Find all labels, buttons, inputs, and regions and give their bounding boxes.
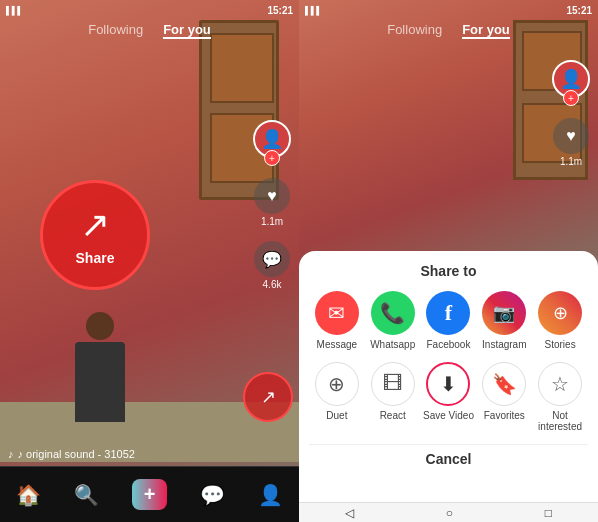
message-icon: ✉ (315, 291, 359, 335)
share-icon-big: ↗ (80, 204, 110, 246)
share-message-btn[interactable]: ✉ Message (311, 291, 363, 350)
heart-count-right: 1.1m (560, 156, 582, 167)
nav-search-left[interactable]: 🔍 (74, 483, 99, 507)
person-left (60, 312, 140, 442)
left-panel: ▌▌▌ 15:21 Following For you 👤 + ♥ 1.1m 💬… (0, 0, 299, 522)
time-right: 15:21 (566, 5, 592, 16)
status-bar-left: ▌▌▌ 15:21 (0, 0, 299, 20)
share-icon-small: ↗ (261, 386, 276, 408)
tab-following-right[interactable]: Following (387, 22, 442, 39)
share-facebook-btn[interactable]: f Facebook (422, 291, 474, 350)
react-icon: 🎞 (371, 362, 415, 406)
side-icons-left: 👤 + ♥ 1.1m 💬 4.6k (253, 120, 291, 290)
original-sound-text: ♪ original sound - 31052 (18, 448, 135, 460)
comment-icon-left: 💬 (254, 241, 290, 277)
status-right-right: 15:21 (566, 5, 592, 16)
time-left: 15:21 (267, 5, 293, 16)
heart-icon-right: ♥ (553, 118, 589, 154)
signal-icon-right: ▌▌▌ (305, 6, 322, 15)
creator-avatar-left[interactable]: 👤 + (253, 120, 291, 158)
nav-inbox-left[interactable]: 💬 (200, 483, 225, 507)
share-favorites-btn[interactable]: 🔖 Favorites (478, 362, 530, 432)
bottom-info-left: ♪ ♪ original sound - 31052 (8, 448, 135, 460)
share-whatsapp-btn[interactable]: 📞 Whatsapp (367, 291, 419, 350)
cancel-button[interactable]: Cancel (309, 444, 588, 473)
share-react-btn[interactable]: 🎞 React (367, 362, 419, 432)
save-video-label: Save Video (423, 410, 474, 421)
favorites-label: Favorites (484, 410, 525, 421)
status-left-left: ▌▌▌ (6, 6, 23, 15)
nav-home-left[interactable]: 🏠 (16, 483, 41, 507)
heart-btn-right[interactable]: ♥ 1.1m (553, 118, 589, 167)
nav-add-left[interactable]: + (132, 479, 168, 510)
nav-tabs-left: Following For you (0, 22, 299, 39)
creator-avatar-right[interactable]: 👤 + (552, 60, 590, 98)
instagram-icon: 📷 (482, 291, 526, 335)
side-icons-right: 👤 + ♥ 1.1m (552, 60, 590, 167)
save-video-icon: ⬇ (426, 362, 470, 406)
signal-icon-left: ▌▌▌ (6, 6, 23, 15)
duet-icon: ⊕ (315, 362, 359, 406)
home-icon-right[interactable]: ○ (446, 506, 453, 520)
back-icon-right[interactable]: ◁ (345, 506, 354, 520)
small-share-circle[interactable]: ↗ (243, 372, 293, 422)
follow-plus-left[interactable]: + (264, 150, 280, 166)
share-row-1: ✉ Message 📞 Whatsapp f Facebook 📷 Instag… (309, 291, 588, 350)
share-stories-btn[interactable]: ⊕ Stories (534, 291, 586, 350)
duet-label: Duet (326, 410, 347, 421)
tab-foryou-right[interactable]: For you (462, 22, 510, 39)
follow-plus-right[interactable]: + (563, 90, 579, 106)
not-interested-icon: ☆ (538, 362, 582, 406)
share-label-big: Share (76, 250, 115, 266)
instagram-label: Instagram (482, 339, 526, 350)
sys-bar-right: ◁ ○ □ (299, 502, 598, 522)
share-sheet: Share to ✉ Message 📞 Whatsapp f Facebook… (299, 251, 598, 522)
whatsapp-icon: 📞 (371, 291, 415, 335)
door-panel-top-left (210, 33, 274, 103)
music-note-icon: ♪ (8, 448, 14, 460)
react-label: React (380, 410, 406, 421)
right-panel: ▌▌▌ 15:21 Following For you 👤 + ♥ 1.1m S… (299, 0, 598, 522)
music-info-left: ♪ ♪ original sound - 31052 (8, 448, 135, 460)
tab-following-left[interactable]: Following (88, 22, 143, 39)
person-body-left (75, 342, 125, 422)
heart-count-left: 1.1m (261, 216, 283, 227)
status-left-right: ▌▌▌ (305, 6, 322, 15)
comment-count-left: 4.6k (263, 279, 282, 290)
facebook-label: Facebook (427, 339, 471, 350)
stories-label: Stories (545, 339, 576, 350)
share-row-2: ⊕ Duet 🎞 React ⬇ Save Video 🔖 Favorites … (309, 362, 588, 432)
stories-icon: ⊕ (538, 291, 582, 335)
status-bar-right: ▌▌▌ 15:21 (299, 0, 598, 20)
not-interested-label: Not interested (534, 410, 586, 432)
share-duet-btn[interactable]: ⊕ Duet (311, 362, 363, 432)
nav-tabs-right: Following For you (299, 22, 598, 39)
tab-foryou-left[interactable]: For you (163, 22, 211, 39)
whatsapp-label: Whatsapp (370, 339, 415, 350)
status-right-left: 15:21 (267, 5, 293, 16)
person-head-left (86, 312, 114, 340)
favorites-icon: 🔖 (482, 362, 526, 406)
heart-btn-left[interactable]: ♥ 1.1m (254, 178, 290, 227)
share-to-title: Share to (309, 263, 588, 279)
nav-profile-left[interactable]: 👤 (258, 483, 283, 507)
recents-icon-right[interactable]: □ (545, 506, 552, 520)
heart-icon-left: ♥ (254, 178, 290, 214)
share-instagram-btn[interactable]: 📷 Instagram (478, 291, 530, 350)
facebook-icon: f (426, 291, 470, 335)
share-save-video-btn[interactable]: ⬇ Save Video (422, 362, 474, 432)
message-label: Message (317, 339, 358, 350)
comment-btn-left[interactable]: 💬 4.6k (254, 241, 290, 290)
bottom-nav-left: 🏠 🔍 + 💬 👤 (0, 466, 299, 522)
big-share-circle[interactable]: ↗ Share (40, 180, 150, 290)
share-not-interested-btn[interactable]: ☆ Not interested (534, 362, 586, 432)
